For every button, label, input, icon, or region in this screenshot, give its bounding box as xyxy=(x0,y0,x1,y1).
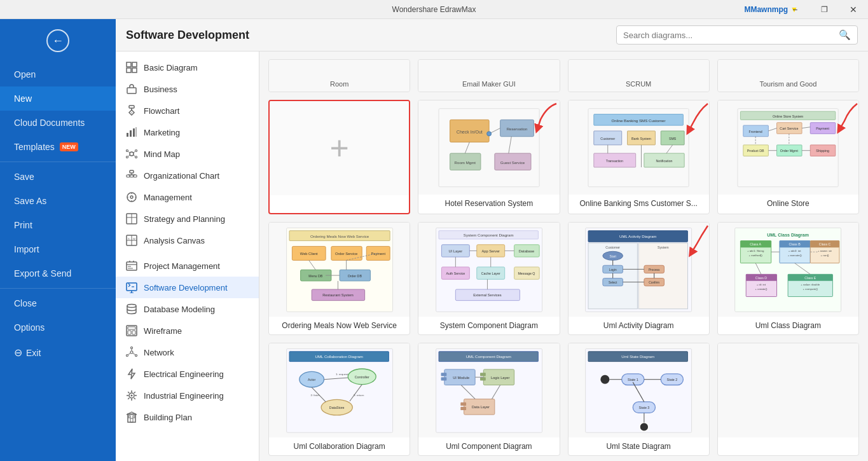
main-content: Software Development 🔍 Basic Diagram Bus… xyxy=(116,19,868,461)
sidebar-item-open[interactable]: Open xyxy=(0,62,116,86)
restore-button[interactable]: ❐ xyxy=(809,0,839,19)
svg-text:Online Store System: Online Store System xyxy=(773,114,804,118)
diagram-row-1: + Check In/Out Reservation xyxy=(268,100,859,214)
svg-rect-232 xyxy=(480,373,486,376)
svg-rect-233 xyxy=(480,377,486,380)
partial-card-0[interactable]: Room xyxy=(268,59,410,92)
sidebar-item-export[interactable]: Export & Send xyxy=(0,261,116,286)
svg-rect-47 xyxy=(128,331,131,334)
sidebar-item-close[interactable]: Close xyxy=(0,291,116,315)
cat-business[interactable]: Business xyxy=(116,78,259,100)
uml-comp-card[interactable]: UML Component Diagram UI Module Logic La… xyxy=(418,343,560,456)
cat-building[interactable]: Building Plan xyxy=(116,406,259,428)
sidebar-item-cloud[interactable]: Cloud Documents xyxy=(0,111,116,135)
banking-card[interactable]: Online Banking SMS Customer Customer Ban… xyxy=(568,100,710,214)
sidebar-item-save[interactable]: Save xyxy=(0,165,116,189)
svg-text:DataStore: DataStore xyxy=(329,406,344,409)
industrial-icon xyxy=(126,390,137,401)
svg-line-55 xyxy=(133,354,135,355)
back-button[interactable]: ← xyxy=(0,19,116,62)
uml-p3-card[interactable]: Uml State Diagram State 1 State 2 State … xyxy=(568,343,710,456)
system-thumb: System Component Diagram UI Layer App Se… xyxy=(422,225,556,315)
sidebar-item-new[interactable]: New xyxy=(0,86,116,111)
svg-rect-8 xyxy=(130,130,132,137)
cat-flowchart[interactable]: Flowchart xyxy=(116,100,259,121)
partial-card-2[interactable]: SCRUM xyxy=(568,59,710,92)
svg-point-52 xyxy=(130,351,133,354)
cat-electrical[interactable]: Electrical Engineering xyxy=(116,363,259,385)
svg-text:+ attr2: int: + attr2: int xyxy=(789,249,801,252)
database-icon xyxy=(126,303,137,315)
uml-collab-thumb: UML Collaboration Diagram Actor Controll… xyxy=(273,346,406,436)
ordering-label: Ordering Meals Now Web Service xyxy=(269,317,410,334)
store-card[interactable]: Online Store System Frontend Cart Servic… xyxy=(717,100,859,214)
partial-card-1[interactable]: Email Maker GUI xyxy=(418,59,560,92)
svg-text:Cache Layer: Cache Layer xyxy=(481,272,500,275)
uml-class-thumb: UML Class Diagram Class A + attr1: Strin… xyxy=(721,225,855,315)
cat-analysis[interactable]: SW Analysis Canvas xyxy=(116,230,259,251)
svg-rect-9 xyxy=(133,128,135,137)
svg-text:+ create(): + create() xyxy=(755,287,768,291)
uml-comp-label: Uml Component Diagram xyxy=(418,437,559,455)
orgchart-icon xyxy=(126,170,137,181)
diagram-row-2: Ordering Meals Now Web Service Web Clien… xyxy=(268,222,859,335)
svg-text:+ attr1: String: + attr1: String xyxy=(747,249,764,252)
svg-text:Notification: Notification xyxy=(656,159,673,163)
partial-card-3[interactable]: Tourism and Good xyxy=(717,59,859,92)
cat-mindmap[interactable]: Mind Map xyxy=(116,143,259,165)
sidebar-item-import[interactable]: Import xyxy=(0,237,116,261)
uml-class-label: Uml Class Diagram xyxy=(718,317,858,334)
minimize-button[interactable]: − xyxy=(780,0,809,19)
app-title: Wondershare EdrawMax xyxy=(392,5,476,14)
svg-point-51 xyxy=(135,355,137,357)
cat-industrial[interactable]: Industrial Engineering xyxy=(116,385,259,406)
cat-wireframe[interactable]: Wireframe xyxy=(116,320,259,341)
search-box[interactable]: 🔍 xyxy=(616,25,858,45)
svg-text:Class D: Class D xyxy=(755,276,768,280)
svg-text:+ run(): + run() xyxy=(821,254,830,257)
svg-rect-4 xyxy=(127,88,136,93)
close-button[interactable]: ✕ xyxy=(839,0,868,19)
svg-text:+ name: str: + name: str xyxy=(818,249,832,252)
hotel-card[interactable]: Check In/Out Reservation Room Mgmt Guest… xyxy=(418,100,560,214)
sidebar-item-exit[interactable]: ⊖ Exit xyxy=(0,340,116,366)
cat-software[interactable]: Software Development xyxy=(116,277,259,298)
svg-text:Order Service: Order Service xyxy=(335,252,357,256)
uml-class-card[interactable]: UML Class Diagram Class A + attr1: Strin… xyxy=(717,222,859,335)
cat-project[interactable]: Project Management xyxy=(116,255,259,277)
partial-row: Room Email Maker GUI SCRUM xyxy=(268,59,859,92)
svg-text:Uml State Diagram: Uml State Diagram xyxy=(621,354,654,359)
software-icon xyxy=(126,282,137,293)
svg-text:Message Q: Message Q xyxy=(518,272,535,275)
uml-activity-card[interactable]: UML Activity Diagram Customer System Sta… xyxy=(568,222,710,335)
sidebar-item-saveas[interactable]: Save As xyxy=(0,189,116,213)
system-card[interactable]: System Component Diagram UI Layer App Se… xyxy=(418,222,560,335)
svg-text:Order Mgmt: Order Mgmt xyxy=(780,149,799,153)
svg-text:UI Module: UI Module xyxy=(453,376,469,380)
cat-database[interactable]: Database Modeling xyxy=(116,298,259,320)
svg-point-76 xyxy=(486,132,491,136)
cat-network[interactable]: Network xyxy=(116,341,259,363)
sidebar-item-print[interactable]: Print xyxy=(0,213,116,237)
svg-text:Class E: Class E xyxy=(804,276,816,280)
svg-rect-10 xyxy=(135,127,137,137)
cat-basic[interactable]: Basic Diagram xyxy=(116,57,259,78)
cat-marketing[interactable]: Marketing xyxy=(116,121,259,143)
svg-text:+ id: int: + id: int xyxy=(757,283,766,286)
flowchart-icon xyxy=(126,105,137,116)
cat-strategy[interactable]: Strategy and Planning xyxy=(116,208,259,230)
sidebar-item-templates[interactable]: Templates NEW xyxy=(0,135,116,159)
banking-label: Online Banking Sms Customer S... xyxy=(568,195,709,212)
search-input[interactable] xyxy=(623,31,835,40)
uml-collab-card[interactable]: UML Collaboration Diagram Actor Controll… xyxy=(268,343,410,456)
ordering-card[interactable]: Ordering Meals Now Web Service Web Clien… xyxy=(268,222,410,335)
content-header: Software Development 🔍 xyxy=(116,19,868,52)
svg-rect-3 xyxy=(132,68,137,72)
new-diagram-card[interactable]: + xyxy=(268,100,410,214)
svg-text:UML Collaboration Diagram: UML Collaboration Diagram xyxy=(315,354,363,359)
sidebar-item-options[interactable]: Options xyxy=(0,315,116,340)
svg-text:System: System xyxy=(658,245,669,249)
cat-orgchart[interactable]: Organizational Chart xyxy=(116,165,259,186)
cat-management[interactable]: Management xyxy=(116,186,259,208)
svg-rect-38 xyxy=(128,266,131,267)
